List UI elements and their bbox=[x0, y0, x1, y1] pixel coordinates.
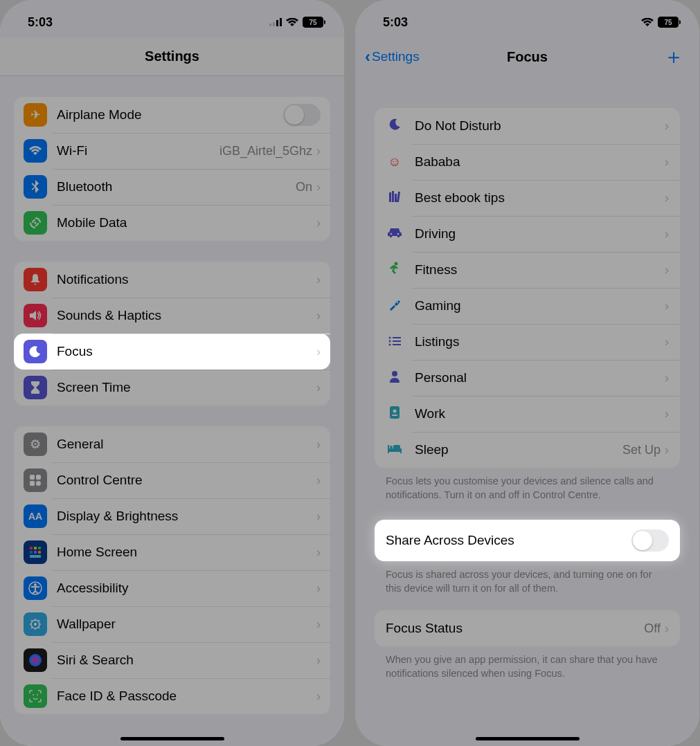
sounds-icon bbox=[24, 304, 47, 327]
nav-bar: ‹ Settings Focus ＋ bbox=[355, 37, 699, 76]
svg-rect-7 bbox=[30, 481, 35, 486]
person-icon bbox=[386, 370, 404, 386]
svg-point-44 bbox=[390, 446, 393, 448]
dnd-label: Do Not Disturb bbox=[415, 118, 665, 134]
list-icon bbox=[386, 334, 404, 349]
svg-point-28 bbox=[397, 233, 400, 235]
row-airplane-mode[interactable]: ✈ Airplane Mode bbox=[14, 97, 330, 133]
gear-icon: ⚙ bbox=[24, 433, 47, 456]
page-title: Settings bbox=[145, 48, 199, 64]
settings-list[interactable]: ✈ Airplane Mode Wi-Fi iGB_Airtel_5Ghz › … bbox=[0, 76, 344, 746]
display-icon: AA bbox=[24, 504, 47, 528]
mobile-data-label: Mobile Data bbox=[57, 215, 316, 230]
row-focus-status[interactable]: Focus Status Off › bbox=[375, 610, 680, 646]
svg-rect-12 bbox=[30, 551, 33, 554]
row-sleep[interactable]: Sleep Set Up › bbox=[375, 432, 680, 468]
svg-point-22 bbox=[37, 694, 38, 695]
row-bluetooth[interactable]: Bluetooth On › bbox=[14, 169, 330, 205]
home-indicator[interactable] bbox=[476, 737, 580, 740]
row-personal[interactable]: Personal › bbox=[375, 360, 680, 396]
work-label: Work bbox=[415, 406, 665, 421]
row-driving[interactable]: Driving › bbox=[375, 216, 680, 252]
row-do-not-disturb[interactable]: Do Not Disturb › bbox=[375, 108, 680, 144]
row-general[interactable]: ⚙ General › bbox=[14, 426, 330, 462]
row-face-id[interactable]: Face ID & Passcode › bbox=[14, 678, 330, 714]
row-siri[interactable]: Siri & Search › bbox=[14, 642, 330, 678]
chevron-icon: › bbox=[316, 216, 321, 230]
row-focus[interactable]: Focus › bbox=[14, 334, 330, 370]
chevron-icon: › bbox=[316, 309, 321, 323]
accessibility-label: Accessibility bbox=[57, 581, 316, 596]
group-general: ⚙ General › Control Centre › AA Display … bbox=[14, 426, 330, 714]
share-label: Share Across Devices bbox=[386, 533, 631, 548]
fitness-label: Fitness bbox=[415, 262, 665, 278]
svg-rect-14 bbox=[38, 551, 41, 554]
page-title: Focus bbox=[507, 49, 548, 65]
cellular-icon bbox=[269, 18, 282, 26]
row-sounds[interactable]: Sounds & Haptics › bbox=[14, 298, 330, 334]
badge-icon bbox=[386, 406, 404, 423]
focus-content[interactable]: Do Not Disturb › ☺ Bababa › Best ebook t… bbox=[355, 76, 699, 746]
row-wallpaper[interactable]: Wallpaper › bbox=[14, 606, 330, 642]
svg-rect-11 bbox=[38, 547, 41, 549]
accessibility-icon bbox=[24, 576, 47, 600]
svg-rect-15 bbox=[30, 555, 41, 558]
display-label: Display & Brightness bbox=[57, 509, 316, 524]
chevron-icon: › bbox=[665, 227, 669, 242]
airplane-toggle[interactable] bbox=[283, 104, 321, 126]
svg-point-20 bbox=[29, 654, 42, 666]
svg-rect-2 bbox=[276, 20, 278, 26]
chevron-icon: › bbox=[316, 381, 321, 395]
control-centre-icon bbox=[24, 468, 47, 492]
chevron-icon: › bbox=[316, 617, 321, 632]
chevron-icon: › bbox=[316, 581, 321, 596]
row-fitness[interactable]: Fitness › bbox=[375, 252, 680, 288]
row-bababa[interactable]: ☺ Bababa › bbox=[375, 144, 680, 180]
focus-status-value: Off bbox=[644, 621, 661, 636]
screen-time-icon bbox=[24, 376, 47, 399]
svg-point-19 bbox=[34, 623, 37, 626]
row-share-across-devices[interactable]: Share Across Devices bbox=[375, 520, 680, 561]
wallpaper-icon bbox=[24, 612, 47, 636]
row-control-centre[interactable]: Control Centre › bbox=[14, 462, 330, 498]
row-mobile-data[interactable]: Mobile Data › bbox=[14, 205, 330, 241]
row-work[interactable]: Work › bbox=[375, 396, 680, 432]
chevron-icon: › bbox=[316, 473, 321, 488]
svg-rect-13 bbox=[34, 551, 37, 554]
row-screen-time[interactable]: Screen Time › bbox=[14, 370, 330, 406]
status-time: 5:03 bbox=[28, 15, 53, 30]
add-button[interactable]: ＋ bbox=[663, 43, 684, 71]
general-label: General bbox=[57, 437, 316, 452]
fitness-icon bbox=[386, 262, 404, 279]
chevron-icon: › bbox=[665, 191, 669, 206]
moon-icon bbox=[386, 118, 404, 135]
svg-rect-34 bbox=[393, 340, 401, 342]
chevron-icon: › bbox=[316, 144, 321, 158]
face-id-icon bbox=[24, 684, 47, 708]
nav-bar: Settings bbox=[0, 37, 344, 76]
row-accessibility[interactable]: Accessibility › bbox=[14, 570, 330, 606]
svg-point-30 bbox=[397, 301, 398, 302]
chevron-icon: › bbox=[665, 119, 669, 134]
share-toggle[interactable] bbox=[631, 529, 669, 552]
focus-icon bbox=[24, 340, 47, 363]
svg-rect-26 bbox=[397, 191, 400, 201]
focus-modes-group: Do Not Disturb › ☺ Bababa › Best ebook t… bbox=[375, 108, 680, 468]
back-button[interactable]: ‹ Settings bbox=[365, 47, 420, 66]
row-wifi[interactable]: Wi-Fi iGB_Airtel_5Ghz › bbox=[14, 133, 330, 169]
svg-point-33 bbox=[389, 340, 391, 343]
home-indicator[interactable] bbox=[120, 737, 224, 740]
control-centre-label: Control Centre bbox=[57, 473, 316, 488]
status-bar: 5:03 75 bbox=[355, 0, 699, 37]
row-gaming[interactable]: Gaming › bbox=[375, 288, 680, 324]
row-listings[interactable]: Listings › bbox=[375, 324, 680, 360]
screenshot-settings: 5:03 75 Settings ✈ Airplane Mode bbox=[0, 0, 344, 746]
row-ebook-tips[interactable]: Best ebook tips › bbox=[375, 180, 680, 216]
chevron-icon: › bbox=[665, 155, 669, 170]
row-display[interactable]: AA Display & Brightness › bbox=[14, 498, 330, 534]
svg-rect-41 bbox=[388, 448, 402, 452]
svg-rect-32 bbox=[393, 337, 401, 338]
svg-rect-23 bbox=[389, 192, 391, 202]
row-notifications[interactable]: Notifications › bbox=[14, 262, 330, 298]
row-home-screen[interactable]: Home Screen › bbox=[14, 534, 330, 570]
